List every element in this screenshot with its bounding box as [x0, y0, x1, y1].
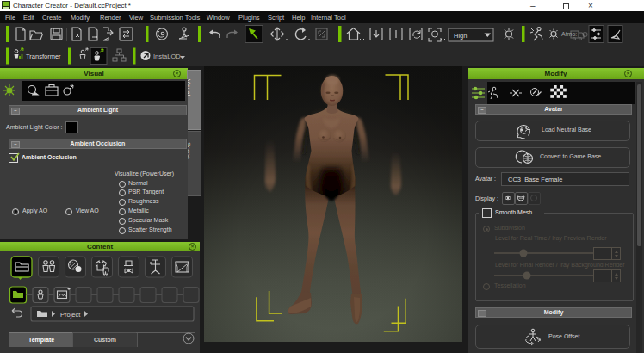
svg-text:High: High: [454, 32, 467, 40]
svg-text:Atmo:: Atmo:: [561, 31, 577, 37]
svg-text:Transformer: Transformer: [26, 53, 61, 60]
svg-text:Project: Project: [60, 311, 81, 319]
svg-text:InstaLOD: InstaLOD: [153, 53, 181, 60]
